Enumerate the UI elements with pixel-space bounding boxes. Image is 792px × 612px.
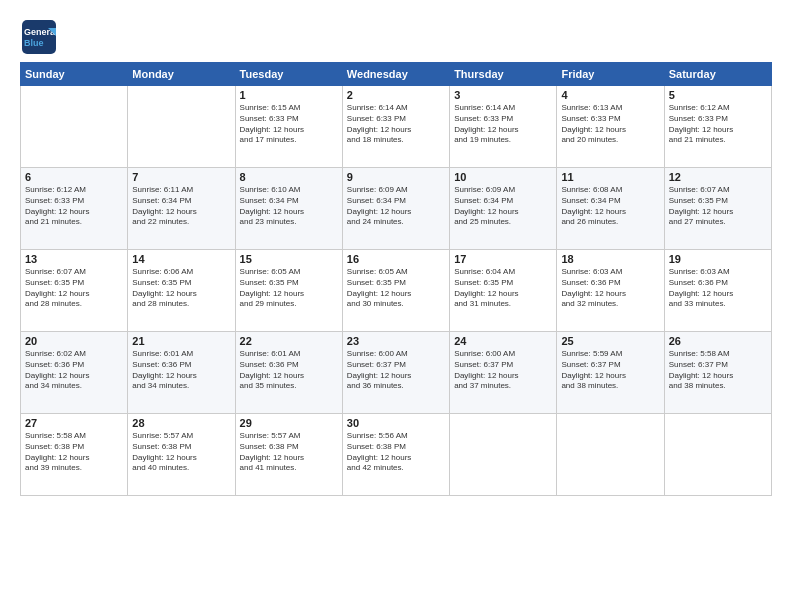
day-info: Sunrise: 5:59 AM Sunset: 6:37 PM Dayligh… (561, 349, 659, 392)
day-info: Sunrise: 6:11 AM Sunset: 6:34 PM Dayligh… (132, 185, 230, 228)
calendar-table: SundayMondayTuesdayWednesdayThursdayFrid… (20, 62, 772, 496)
day-number: 28 (132, 417, 230, 429)
day-number: 14 (132, 253, 230, 265)
week-row-4: 27Sunrise: 5:58 AM Sunset: 6:38 PM Dayli… (21, 414, 772, 496)
day-number: 6 (25, 171, 123, 183)
day-cell (21, 86, 128, 168)
day-number: 13 (25, 253, 123, 265)
col-header-tuesday: Tuesday (235, 63, 342, 86)
day-cell: 29Sunrise: 5:57 AM Sunset: 6:38 PM Dayli… (235, 414, 342, 496)
col-header-sunday: Sunday (21, 63, 128, 86)
day-cell: 7Sunrise: 6:11 AM Sunset: 6:34 PM Daylig… (128, 168, 235, 250)
day-info: Sunrise: 6:01 AM Sunset: 6:36 PM Dayligh… (132, 349, 230, 392)
week-row-0: 1Sunrise: 6:15 AM Sunset: 6:33 PM Daylig… (21, 86, 772, 168)
day-info: Sunrise: 5:58 AM Sunset: 6:37 PM Dayligh… (669, 349, 767, 392)
day-cell: 15Sunrise: 6:05 AM Sunset: 6:35 PM Dayli… (235, 250, 342, 332)
day-number: 26 (669, 335, 767, 347)
day-info: Sunrise: 5:58 AM Sunset: 6:38 PM Dayligh… (25, 431, 123, 474)
day-cell: 2Sunrise: 6:14 AM Sunset: 6:33 PM Daylig… (342, 86, 449, 168)
day-number: 4 (561, 89, 659, 101)
day-number: 30 (347, 417, 445, 429)
svg-rect-0 (22, 20, 56, 54)
week-row-3: 20Sunrise: 6:02 AM Sunset: 6:36 PM Dayli… (21, 332, 772, 414)
day-info: Sunrise: 6:10 AM Sunset: 6:34 PM Dayligh… (240, 185, 338, 228)
day-info: Sunrise: 6:06 AM Sunset: 6:35 PM Dayligh… (132, 267, 230, 310)
day-info: Sunrise: 6:09 AM Sunset: 6:34 PM Dayligh… (347, 185, 445, 228)
day-cell: 14Sunrise: 6:06 AM Sunset: 6:35 PM Dayli… (128, 250, 235, 332)
day-number: 24 (454, 335, 552, 347)
day-number: 1 (240, 89, 338, 101)
day-number: 19 (669, 253, 767, 265)
day-cell: 9Sunrise: 6:09 AM Sunset: 6:34 PM Daylig… (342, 168, 449, 250)
day-cell: 8Sunrise: 6:10 AM Sunset: 6:34 PM Daylig… (235, 168, 342, 250)
day-info: Sunrise: 6:01 AM Sunset: 6:36 PM Dayligh… (240, 349, 338, 392)
day-cell: 23Sunrise: 6:00 AM Sunset: 6:37 PM Dayli… (342, 332, 449, 414)
day-cell: 26Sunrise: 5:58 AM Sunset: 6:37 PM Dayli… (664, 332, 771, 414)
week-row-1: 6Sunrise: 6:12 AM Sunset: 6:33 PM Daylig… (21, 168, 772, 250)
day-info: Sunrise: 6:08 AM Sunset: 6:34 PM Dayligh… (561, 185, 659, 228)
day-number: 9 (347, 171, 445, 183)
day-cell: 28Sunrise: 5:57 AM Sunset: 6:38 PM Dayli… (128, 414, 235, 496)
day-info: Sunrise: 6:03 AM Sunset: 6:36 PM Dayligh… (669, 267, 767, 310)
day-number: 3 (454, 89, 552, 101)
day-cell: 16Sunrise: 6:05 AM Sunset: 6:35 PM Dayli… (342, 250, 449, 332)
col-header-monday: Monday (128, 63, 235, 86)
day-number: 23 (347, 335, 445, 347)
day-info: Sunrise: 5:57 AM Sunset: 6:38 PM Dayligh… (240, 431, 338, 474)
day-number: 7 (132, 171, 230, 183)
day-number: 17 (454, 253, 552, 265)
day-cell: 11Sunrise: 6:08 AM Sunset: 6:34 PM Dayli… (557, 168, 664, 250)
day-info: Sunrise: 6:03 AM Sunset: 6:36 PM Dayligh… (561, 267, 659, 310)
day-number: 29 (240, 417, 338, 429)
page: General Blue SundayMondayTuesdayWednesda… (0, 0, 792, 612)
day-number: 16 (347, 253, 445, 265)
day-cell: 20Sunrise: 6:02 AM Sunset: 6:36 PM Dayli… (21, 332, 128, 414)
day-info: Sunrise: 6:14 AM Sunset: 6:33 PM Dayligh… (454, 103, 552, 146)
logo-icon: General Blue (20, 18, 58, 56)
day-cell: 24Sunrise: 6:00 AM Sunset: 6:37 PM Dayli… (450, 332, 557, 414)
day-cell: 17Sunrise: 6:04 AM Sunset: 6:35 PM Dayli… (450, 250, 557, 332)
day-info: Sunrise: 6:00 AM Sunset: 6:37 PM Dayligh… (454, 349, 552, 392)
day-cell: 13Sunrise: 6:07 AM Sunset: 6:35 PM Dayli… (21, 250, 128, 332)
day-cell: 30Sunrise: 5:56 AM Sunset: 6:38 PM Dayli… (342, 414, 449, 496)
day-number: 22 (240, 335, 338, 347)
col-header-saturday: Saturday (664, 63, 771, 86)
col-header-friday: Friday (557, 63, 664, 86)
day-cell: 1Sunrise: 6:15 AM Sunset: 6:33 PM Daylig… (235, 86, 342, 168)
day-number: 2 (347, 89, 445, 101)
day-info: Sunrise: 6:00 AM Sunset: 6:37 PM Dayligh… (347, 349, 445, 392)
day-info: Sunrise: 5:56 AM Sunset: 6:38 PM Dayligh… (347, 431, 445, 474)
day-number: 5 (669, 89, 767, 101)
day-cell: 10Sunrise: 6:09 AM Sunset: 6:34 PM Dayli… (450, 168, 557, 250)
day-info: Sunrise: 6:07 AM Sunset: 6:35 PM Dayligh… (25, 267, 123, 310)
day-cell (450, 414, 557, 496)
day-cell: 3Sunrise: 6:14 AM Sunset: 6:33 PM Daylig… (450, 86, 557, 168)
header: General Blue (20, 18, 772, 56)
day-info: Sunrise: 5:57 AM Sunset: 6:38 PM Dayligh… (132, 431, 230, 474)
logo: General Blue (20, 18, 58, 56)
day-info: Sunrise: 6:09 AM Sunset: 6:34 PM Dayligh… (454, 185, 552, 228)
day-cell: 6Sunrise: 6:12 AM Sunset: 6:33 PM Daylig… (21, 168, 128, 250)
day-number: 21 (132, 335, 230, 347)
day-number: 15 (240, 253, 338, 265)
day-cell: 27Sunrise: 5:58 AM Sunset: 6:38 PM Dayli… (21, 414, 128, 496)
day-number: 8 (240, 171, 338, 183)
day-cell (664, 414, 771, 496)
day-info: Sunrise: 6:05 AM Sunset: 6:35 PM Dayligh… (347, 267, 445, 310)
svg-text:Blue: Blue (24, 38, 44, 48)
day-number: 11 (561, 171, 659, 183)
col-header-wednesday: Wednesday (342, 63, 449, 86)
day-cell: 21Sunrise: 6:01 AM Sunset: 6:36 PM Dayli… (128, 332, 235, 414)
day-number: 25 (561, 335, 659, 347)
col-header-thursday: Thursday (450, 63, 557, 86)
day-cell: 25Sunrise: 5:59 AM Sunset: 6:37 PM Dayli… (557, 332, 664, 414)
day-number: 12 (669, 171, 767, 183)
day-info: Sunrise: 6:02 AM Sunset: 6:36 PM Dayligh… (25, 349, 123, 392)
day-cell: 22Sunrise: 6:01 AM Sunset: 6:36 PM Dayli… (235, 332, 342, 414)
day-number: 27 (25, 417, 123, 429)
day-info: Sunrise: 6:15 AM Sunset: 6:33 PM Dayligh… (240, 103, 338, 146)
day-info: Sunrise: 6:12 AM Sunset: 6:33 PM Dayligh… (25, 185, 123, 228)
day-number: 10 (454, 171, 552, 183)
day-number: 18 (561, 253, 659, 265)
day-number: 20 (25, 335, 123, 347)
